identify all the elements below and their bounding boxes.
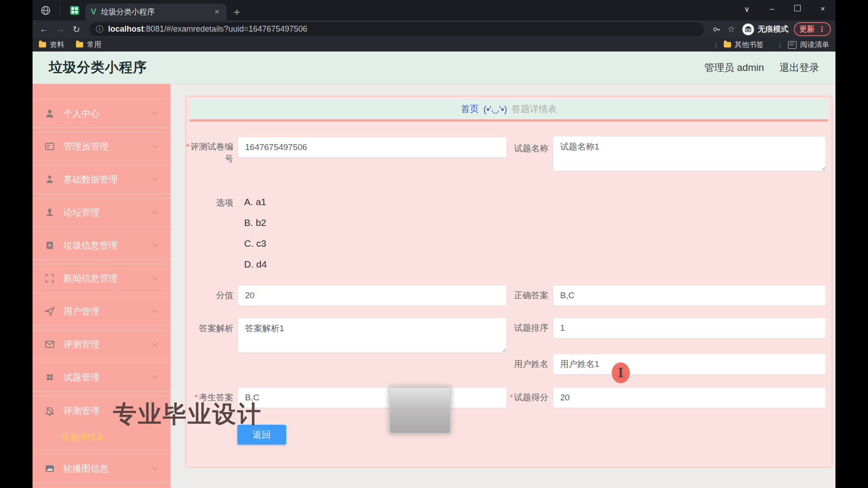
address-bar[interactable]: ⓘ localhost:8081/#/examredetails?uuid=16…	[90, 23, 704, 36]
back-icon[interactable]: ←	[37, 24, 51, 34]
sidebar-item-label: 个人中心	[63, 108, 99, 120]
chevron-down-icon	[151, 243, 159, 248]
chevron-down-icon	[151, 309, 159, 314]
forward-icon[interactable]: →	[53, 24, 67, 34]
globe-icon[interactable]	[41, 5, 51, 15]
option-item: D. d4	[244, 259, 267, 270]
field-paper-no: *评测试卷编号	[186, 137, 507, 165]
url-path: :8081/#/examredetails?uuid=1647675497506	[144, 24, 307, 34]
sidebar-item-personal-center[interactable]: 个人中心	[33, 99, 170, 128]
required-mark: *	[510, 393, 513, 402]
update-button[interactable]: 更新 ⋮	[794, 22, 831, 36]
app-title: 垃圾分类小程序	[49, 58, 147, 77]
new-tab-button[interactable]: +	[234, 4, 240, 20]
tab-strip: V 垃圾分类小程序 × + ∨ – ×	[33, 0, 835, 20]
site-info-icon[interactable]: ⓘ	[96, 24, 104, 34]
sidebar-item-news-info[interactable]: 新闻信息管理	[33, 264, 170, 293]
close-window-button[interactable]: ×	[810, 5, 835, 14]
incognito-label: 无痕模式	[758, 24, 788, 34]
detail-form-panel: 首页 (•'◡'•) 答题详情表 *评测试卷编号 试题名称 试题名称1 选项	[185, 96, 832, 468]
bookmark-folder[interactable]: 资料	[39, 40, 64, 50]
required-mark: *	[186, 142, 189, 151]
field-label: 分值	[186, 285, 233, 306]
paper-plane-icon	[44, 306, 55, 317]
paper-no-input[interactable]	[238, 137, 507, 158]
breadcrumb-home-link[interactable]: 首页	[461, 103, 479, 115]
sheets-extension-icon[interactable]	[70, 6, 79, 15]
answer-analysis-textarea[interactable]: 答案解析1	[238, 318, 507, 353]
watermark: 专业毕业设计	[113, 399, 262, 430]
sidebar-item-admin-management[interactable]: 管理员管理	[33, 132, 170, 161]
option-item: C. c3	[244, 238, 267, 249]
maximize-button[interactable]	[785, 5, 810, 14]
vue-favicon: V	[91, 7, 96, 17]
bookmark-label: 资料	[50, 40, 64, 50]
field-options: 选项 A. a1 B. b2 C. c3 D. d4	[186, 197, 267, 280]
incognito-icon	[742, 23, 754, 35]
question-order-input[interactable]	[553, 318, 826, 338]
field-answer-analysis: 答案解析 答案解析1	[186, 318, 507, 353]
sidebar-item-garbage-info[interactable]: 垃圾信息管理	[33, 231, 170, 260]
sidebar-item-carousel-info[interactable]: 轮播图信息	[33, 454, 170, 483]
sidebar-item-label: 垃圾信息管理	[63, 239, 118, 252]
bookmark-folder[interactable]: 常用	[76, 40, 101, 50]
sidebar-item-label: 基础数据管理	[63, 174, 118, 186]
bookmark-star-icon[interactable]: ☆	[727, 24, 735, 34]
field-score: 分值	[186, 285, 507, 306]
reload-icon[interactable]: ↻	[70, 24, 83, 35]
sidebar-item-basic-data[interactable]: 基础数据管理	[33, 165, 170, 194]
sidebar-item-user-management[interactable]: 用户管理	[33, 297, 170, 326]
chevron-down-icon	[151, 210, 159, 215]
sidebar-item-evaluation-management[interactable]: 评测管理	[33, 330, 170, 359]
sidebar-item-label: 评测管理	[63, 338, 99, 351]
chevron-down-icon	[151, 466, 159, 471]
reading-list[interactable]: 阅读清单	[788, 40, 829, 50]
user-name-input[interactable]	[553, 354, 826, 375]
bookmarks-bar: 资料 常用 | 其他书签 | 阅读清单	[33, 38, 835, 52]
question-name-textarea[interactable]: 试题名称1	[553, 136, 826, 171]
sidebar-item-label: 管理员管理	[63, 141, 108, 153]
pinned-icons	[33, 0, 79, 20]
sidebar-item-label: 试题管理	[63, 371, 99, 384]
password-key-icon[interactable]	[712, 25, 721, 34]
carousel-image-icon	[44, 463, 55, 474]
minimize-button[interactable]: –	[760, 5, 785, 14]
chevron-down-icon	[151, 111, 159, 116]
tab-search-chevron-icon[interactable]: ∨	[734, 5, 760, 14]
sidebar-item-question-management[interactable]: 试题管理	[33, 363, 170, 392]
id-card-icon	[44, 141, 55, 152]
app-header: 垃圾分类小程序 管理员 admin 退出登录	[33, 52, 835, 84]
field-question-name: 试题名称 试题名称1	[510, 136, 826, 171]
other-bookmarks[interactable]: 其他书签	[724, 40, 764, 50]
field-label: 用户姓名	[510, 354, 548, 375]
field-label: 试题名称	[510, 136, 548, 171]
divider: |	[715, 41, 717, 49]
folder-icon	[76, 42, 83, 47]
field-label: 试题排序	[510, 318, 548, 338]
option-item: B. b2	[244, 217, 267, 228]
field-question-order: 试题排序	[510, 318, 826, 338]
field-correct-answer: 正确答案	[510, 285, 826, 306]
score-input[interactable]	[238, 285, 507, 306]
close-tab-icon[interactable]: ×	[212, 7, 221, 17]
ibeam-cursor-icon: I	[618, 366, 624, 380]
sidebar-item-label: 用户管理	[63, 305, 99, 318]
field-question-score: *试题得分	[505, 387, 826, 408]
logout-link[interactable]: 退出登录	[779, 61, 819, 75]
tab-title: 垃圾分类小程序	[101, 7, 212, 17]
reading-list-icon	[788, 41, 797, 49]
divider: |	[779, 41, 781, 49]
browser-tab[interactable]: V 垃圾分类小程序 ×	[85, 4, 226, 20]
chrome-menu-icon[interactable]: ⋮	[818, 25, 826, 33]
chevron-down-icon	[151, 342, 159, 347]
question-score-input[interactable]	[553, 387, 826, 408]
field-user-name: 用户姓名	[510, 354, 826, 375]
browser-window: V 垃圾分类小程序 × + ∨ – × ← → ↻ ⓘ localhost:80…	[33, 0, 835, 488]
sidebar-item-forum-management[interactable]: 论坛管理	[33, 198, 170, 227]
chevron-down-icon	[151, 144, 159, 149]
candidate-answer-input[interactable]	[238, 387, 507, 408]
correct-answer-input[interactable]	[553, 285, 826, 306]
breadcrumb: 首页 (•'◡'•) 答题详情表	[189, 99, 828, 122]
bookmark-label: 阅读清单	[800, 40, 829, 50]
browser-toolbar: ← → ↻ ⓘ localhost:8081/#/examredetails?u…	[33, 20, 835, 38]
